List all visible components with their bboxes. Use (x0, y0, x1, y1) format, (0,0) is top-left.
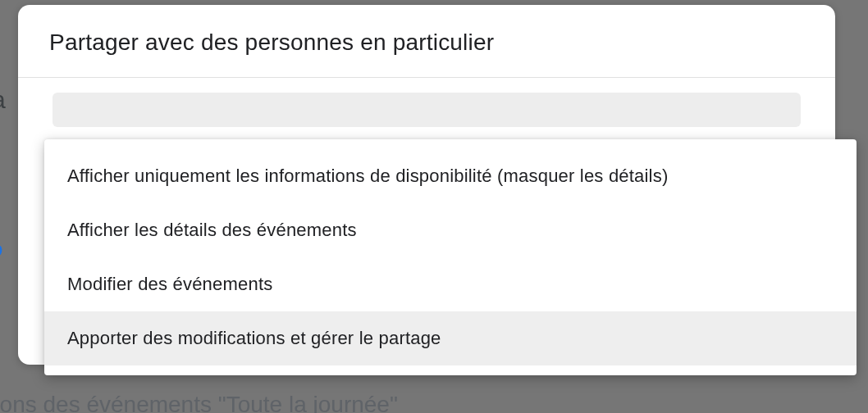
backdrop-link-fragment: o (0, 238, 2, 261)
permission-option-manage[interactable]: Apporter des modifications et gérer le p… (44, 311, 857, 365)
permission-option-details[interactable]: Afficher les détails des événements (44, 203, 857, 257)
dialog-title: Partager avec des personnes en particuli… (49, 30, 804, 56)
dialog-header: Partager avec des personnes en particuli… (18, 5, 835, 78)
add-people-input[interactable] (53, 93, 801, 127)
permission-option-modify[interactable]: Modifier des événements (44, 257, 857, 311)
permission-dropdown: Afficher uniquement les informations de … (44, 139, 857, 375)
permission-option-availability[interactable]: Afficher uniquement les informations de … (44, 149, 857, 203)
backdrop-bottom-text: ations des événements "Toute la journée" (0, 392, 398, 413)
backdrop-char: a (0, 86, 6, 114)
